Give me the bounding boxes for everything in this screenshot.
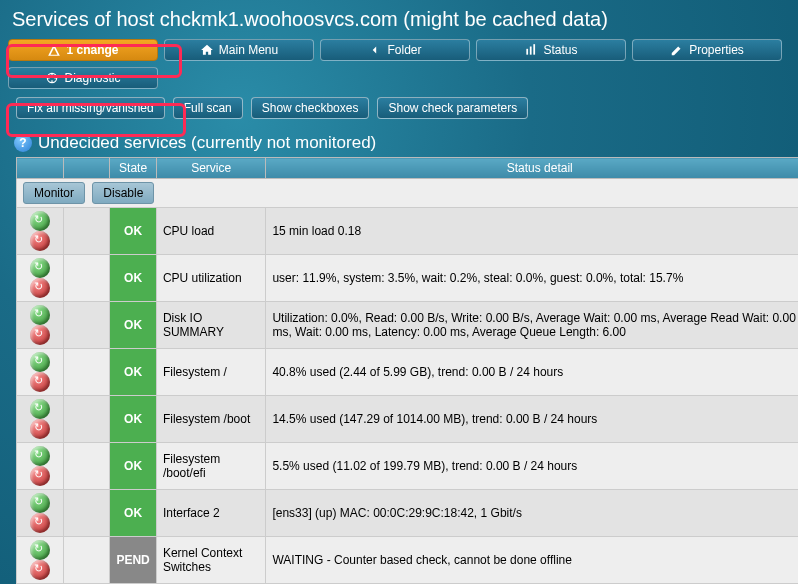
warn-icon[interactable] (30, 419, 50, 439)
properties-button[interactable]: Properties (632, 39, 782, 61)
service-name-cell[interactable]: Filesystem /boot/efi (156, 443, 266, 490)
status-detail-cell: user: 11.9%, system: 3.5%, wait: 0.2%, s… (266, 255, 798, 302)
monitor-icon[interactable] (30, 305, 50, 325)
row-action-cell-b (63, 208, 110, 255)
monitor-icon[interactable] (30, 446, 50, 466)
changes-button[interactable]: 1 change (8, 39, 158, 61)
service-name-cell[interactable]: Kernel Context Switches (156, 537, 266, 584)
table-row: OKFilesystem /40.8% used (2.44 of 5.99 G… (17, 349, 799, 396)
service-name-cell[interactable]: Filesystem / (156, 349, 266, 396)
state-cell: OK (110, 490, 157, 537)
monitor-icon[interactable] (30, 258, 50, 278)
row-action-cell-b (63, 349, 110, 396)
status-button[interactable]: Status (476, 39, 626, 61)
monitor-icon[interactable] (30, 399, 50, 419)
row-action-cell-a (17, 208, 64, 255)
pencil-icon (670, 43, 684, 57)
state-cell: OK (110, 443, 157, 490)
diagnostic-label: Diagnostic (64, 71, 120, 85)
properties-label: Properties (689, 43, 744, 57)
table-header-row: State Service Status detail (17, 158, 799, 179)
svg-rect-2 (534, 44, 536, 55)
warn-icon[interactable] (30, 513, 50, 533)
status-label: Status (543, 43, 577, 57)
table-row: OKDisk IO SUMMARYUtilization: 0.0%, Read… (17, 302, 799, 349)
section-heading-text: Undecided services (currently not monito… (38, 133, 376, 153)
disable-button[interactable]: Disable (92, 182, 154, 204)
page-title: Services of host chckmk1.woohoosvcs.com … (0, 0, 798, 37)
service-name-cell[interactable]: Interface 2 (156, 490, 266, 537)
status-detail-cell: Utilization: 0.0%, Read: 0.00 B/s, Write… (266, 302, 798, 349)
service-name-cell[interactable]: CPU utilization (156, 255, 266, 302)
action-row: Fix all missing/vanished Full scan Show … (0, 91, 798, 127)
warn-icon[interactable] (30, 560, 50, 580)
services-table: State Service Status detail Monitor Disa… (16, 157, 798, 584)
monitor-icon[interactable] (30, 352, 50, 372)
state-cell: OK (110, 302, 157, 349)
full-scan-button[interactable]: Full scan (173, 97, 243, 119)
row-action-cell-a (17, 302, 64, 349)
main-menu-button[interactable]: Main Menu (164, 39, 314, 61)
monitor-button[interactable]: Monitor (23, 182, 85, 204)
warn-icon[interactable] (30, 278, 50, 298)
svg-rect-0 (527, 49, 529, 55)
warn-icon[interactable] (30, 231, 50, 251)
state-cell: PEND (110, 537, 157, 584)
service-name-cell[interactable]: Filesystem /boot (156, 396, 266, 443)
status-detail-cell: [ens33] (up) MAC: 00:0C:29:9C:18:42, 1 G… (266, 490, 798, 537)
state-cell: OK (110, 208, 157, 255)
main-menu-label: Main Menu (219, 43, 278, 57)
changes-label: 1 change (66, 43, 118, 57)
table-row: OKFilesystem /boot/efi5.5% used (11.02 o… (17, 443, 799, 490)
row-action-cell-b (63, 490, 110, 537)
status-icon (524, 43, 538, 57)
status-detail-cell: 5.5% used (11.02 of 199.79 MB), trend: 0… (266, 443, 798, 490)
row-action-cell-a (17, 490, 64, 537)
th-service[interactable]: Service (156, 158, 266, 179)
back-arrow-icon (368, 43, 382, 57)
row-action-cell-b (63, 396, 110, 443)
monitor-icon[interactable] (30, 211, 50, 231)
section-header: ? Undecided services (currently not moni… (0, 127, 798, 157)
help-icon[interactable]: ? (14, 134, 32, 152)
table-row: OKInterface 2[ens33] (up) MAC: 00:0C:29:… (17, 490, 799, 537)
row-action-cell-b (63, 302, 110, 349)
table-row: OKCPU utilizationuser: 11.9%, system: 3.… (17, 255, 799, 302)
service-name-cell[interactable]: CPU load (156, 208, 266, 255)
row-action-cell-a (17, 396, 64, 443)
th-state[interactable]: State (110, 158, 157, 179)
second-toolbar: Diagnostic (0, 65, 798, 91)
row-action-cell-a (17, 537, 64, 584)
status-detail-cell: 40.8% used (2.44 of 5.99 GB), trend: 0.0… (266, 349, 798, 396)
th-detail[interactable]: Status detail (266, 158, 798, 179)
warn-icon[interactable] (30, 466, 50, 486)
status-detail-cell: WAITING - Counter based check, cannot be… (266, 537, 798, 584)
diagnostic-icon (45, 71, 59, 85)
service-name-cell[interactable]: Disk IO SUMMARY (156, 302, 266, 349)
warn-icon[interactable] (30, 372, 50, 392)
folder-button[interactable]: Folder (320, 39, 470, 61)
row-action-cell-a (17, 255, 64, 302)
row-action-cell-a (17, 443, 64, 490)
status-detail-cell: 14.5% used (147.29 of 1014.00 MB), trend… (266, 396, 798, 443)
row-action-cell-b (63, 443, 110, 490)
state-cell: OK (110, 349, 157, 396)
status-detail-cell: 15 min load 0.18 (266, 208, 798, 255)
th-blank2 (63, 158, 110, 179)
row-action-cell-a (17, 349, 64, 396)
row-action-cell-b (63, 255, 110, 302)
top-toolbar: 1 change Main Menu Folder Status Propert… (0, 37, 798, 63)
state-cell: OK (110, 255, 157, 302)
warn-icon[interactable] (30, 325, 50, 345)
show-checkboxes-button[interactable]: Show checkboxes (251, 97, 370, 119)
table-row: OKCPU load15 min load 0.18 (17, 208, 799, 255)
monitor-icon[interactable] (30, 540, 50, 560)
show-params-button[interactable]: Show check parameters (377, 97, 528, 119)
monitor-icon[interactable] (30, 493, 50, 513)
fix-all-button[interactable]: Fix all missing/vanished (16, 97, 165, 119)
diagnostic-button[interactable]: Diagnostic (8, 67, 158, 89)
folder-label: Folder (387, 43, 421, 57)
state-cell: OK (110, 396, 157, 443)
table-row: PENDKernel Context SwitchesWAITING - Cou… (17, 537, 799, 584)
svg-rect-1 (530, 47, 532, 55)
